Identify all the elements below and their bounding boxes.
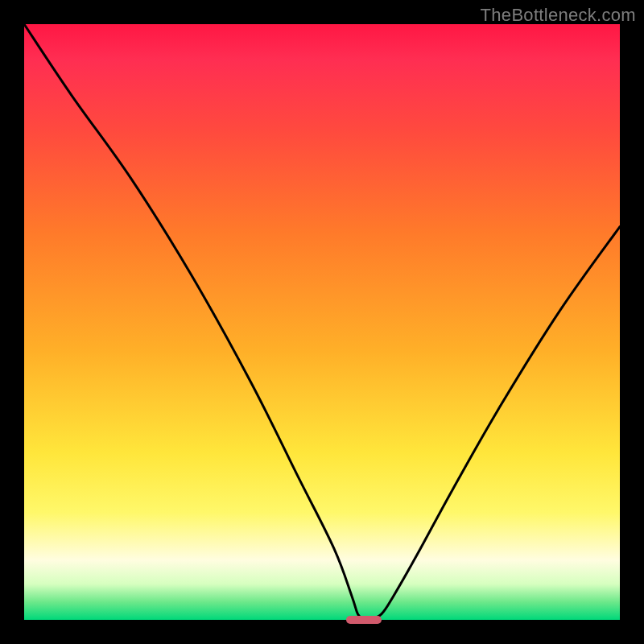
watermark-text: TheBottleneck.com [481,5,636,26]
plot-area [24,24,620,620]
bottleneck-curve [24,24,620,620]
optimal-marker [346,616,382,624]
chart-frame: TheBottleneck.com [0,0,644,644]
